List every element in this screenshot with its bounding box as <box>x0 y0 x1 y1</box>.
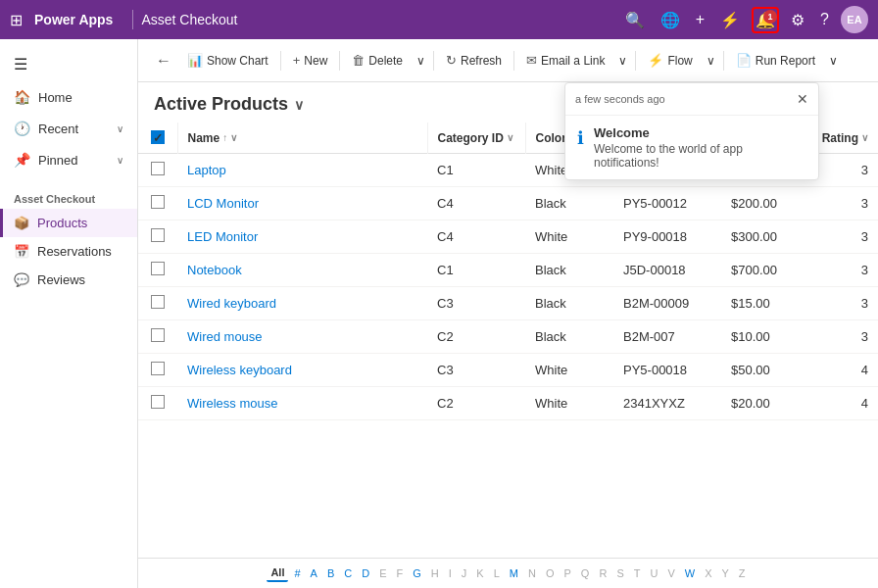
delete-button[interactable]: 🗑 Delete <box>344 48 411 73</box>
app-name: Power Apps <box>34 12 113 27</box>
globe-icon[interactable]: 🌐 <box>657 7 684 33</box>
alpha-char-f: F <box>393 565 408 581</box>
email-link-button[interactable]: ✉ Email a Link <box>518 48 612 73</box>
cell-name[interactable]: Notebook <box>177 254 427 287</box>
refresh-button[interactable]: ↻ Refresh <box>438 48 510 73</box>
delete-icon: 🗑 <box>352 53 365 68</box>
alpha-char-all[interactable]: All <box>267 564 288 582</box>
alpha-bar: All#ABCDEFGHIJKLMNOPQRSTUVWXYZ <box>138 558 878 588</box>
delete-dropdown[interactable]: ∨ <box>413 49 429 73</box>
table-row[interactable]: Notebook C1 Black J5D-00018 $700.00 3 <box>138 254 878 287</box>
layout: ☰ 🏠 Home 🕐 Recent ∨ 📌 Pinned ∨ Asset Che… <box>0 39 878 588</box>
cell-model: B2M-00009 <box>613 287 721 320</box>
th-check[interactable]: ✓ <box>138 122 177 154</box>
select-all-checkbox[interactable]: ✓ <box>151 130 165 144</box>
sidebar-item-pinned[interactable]: 📌 Pinned ∨ <box>0 144 137 175</box>
table-row[interactable]: LED Monitor C4 White PY9-00018 $300.00 3 <box>138 220 878 254</box>
run-report-button[interactable]: 📄 Run Report <box>728 48 823 73</box>
avatar[interactable]: EA <box>841 6 868 33</box>
cell-price: $200.00 <box>721 187 809 220</box>
cell-name[interactable]: Wireless keyboard <box>177 354 427 387</box>
grid-icon[interactable]: ⊞ <box>10 11 23 29</box>
page-title: Asset Checkout <box>141 12 237 27</box>
help-icon[interactable]: ? <box>816 7 833 32</box>
table-row[interactable]: Wired mouse C2 Black B2M-007 $10.00 3 <box>138 320 878 354</box>
table-row[interactable]: Wireless keyboard C3 White PY5-00018 $50… <box>138 354 878 387</box>
sidebar-item-home[interactable]: 🏠 Home <box>0 81 137 113</box>
sidebar-item-products[interactable]: 📦 Products <box>0 209 137 237</box>
filter-icon[interactable]: ⚡ <box>716 7 744 33</box>
new-button[interactable]: + New <box>285 48 336 73</box>
search-icon[interactable]: 🔍 <box>621 7 649 33</box>
row-checkbox[interactable] <box>151 228 165 242</box>
cell-name[interactable]: Wired mouse <box>177 320 427 354</box>
cell-price: $10.00 <box>721 320 809 354</box>
home-icon: 🏠 <box>14 89 30 105</box>
flow-dropdown[interactable]: ∨ <box>703 49 719 73</box>
alpha-char-b[interactable]: B <box>323 565 338 581</box>
flow-button[interactable]: ⚡ Flow <box>640 48 700 73</box>
cell-name[interactable]: Wired keyboard <box>177 287 427 320</box>
alpha-char-d[interactable]: D <box>358 565 373 581</box>
alpha-char-c[interactable]: C <box>340 565 356 581</box>
notification-body: ℹ Welcome Welcome to the world of app no… <box>565 116 818 179</box>
cell-name[interactable]: LCD Monitor <box>177 187 427 220</box>
col-rating-chevron[interactable]: ∨ <box>861 132 868 143</box>
sidebar-item-reservations[interactable]: 📅 Reservations <box>0 237 137 266</box>
cell-color: White <box>525 387 613 420</box>
alpha-char-g[interactable]: G <box>409 565 425 581</box>
notification-popup: a few seconds ago ✕ ℹ Welcome Welcome to… <box>564 82 819 180</box>
view-title-chevron[interactable]: ∨ <box>294 97 304 113</box>
row-checkbox[interactable] <box>151 362 165 375</box>
sidebar-home-label: Home <box>38 90 73 105</box>
cell-category: C3 <box>427 287 525 320</box>
bell-icon[interactable]: 🔔 1 <box>756 12 775 28</box>
top-separator <box>132 10 133 29</box>
alpha-char-k: K <box>472 565 487 581</box>
sidebar-reviews-label: Reviews <box>37 272 85 287</box>
plus-icon[interactable]: + <box>692 7 708 32</box>
notification-close-button[interactable]: ✕ <box>797 91 808 107</box>
row-checkbox[interactable] <box>151 328 165 342</box>
row-checkbox[interactable] <box>151 162 165 175</box>
col-cat-chevron[interactable]: ∨ <box>507 132 513 143</box>
notification-button-wrapper[interactable]: 🔔 1 <box>752 7 779 33</box>
cell-price: $700.00 <box>721 254 809 287</box>
alpha-char-hash[interactable]: # <box>290 565 304 581</box>
sidebar-item-reviews[interactable]: 💬 Reviews <box>0 266 137 294</box>
row-checkbox[interactable] <box>151 295 165 309</box>
alpha-char-w[interactable]: W <box>681 565 699 581</box>
report-dropdown[interactable]: ∨ <box>825 49 842 73</box>
row-checkbox[interactable] <box>151 195 165 209</box>
notification-badge: 1 <box>763 10 777 24</box>
flow-icon: ⚡ <box>648 53 663 68</box>
back-button[interactable]: ← <box>150 48 177 74</box>
cell-name[interactable]: LED Monitor <box>177 220 427 254</box>
email-dropdown[interactable]: ∨ <box>614 49 631 73</box>
th-rating[interactable]: Rating ∨ <box>809 122 878 154</box>
table-row[interactable]: Wireless mouse C2 White 2341XYXZ $20.00 … <box>138 387 878 420</box>
chart-icon: 📊 <box>187 53 203 68</box>
row-checkbox[interactable] <box>151 262 165 275</box>
table-row[interactable]: LCD Monitor C4 Black PY5-00012 $200.00 3 <box>138 187 878 220</box>
cell-name[interactable]: Laptop <box>177 154 427 187</box>
sidebar-item-recent[interactable]: 🕐 Recent ∨ <box>0 113 137 144</box>
cell-model: 2341XYXZ <box>613 387 721 420</box>
cell-rating: 4 <box>809 354 878 387</box>
alpha-char-n: N <box>524 565 540 581</box>
cell-model: PY5-00012 <box>613 187 721 220</box>
hamburger-button[interactable]: ☰ <box>0 47 137 81</box>
alpha-char-m[interactable]: M <box>506 565 522 581</box>
cell-name[interactable]: Wireless mouse <box>177 387 427 420</box>
cell-price: $20.00 <box>721 387 809 420</box>
table-row[interactable]: Wired keyboard C3 Black B2M-00009 $15.00… <box>138 287 878 320</box>
col-name-chevron[interactable]: ∨ <box>230 132 237 143</box>
th-category[interactable]: Category ID ∨ <box>427 122 525 154</box>
settings-icon[interactable]: ⚙ <box>787 7 808 33</box>
new-icon: + <box>293 53 301 68</box>
alpha-char-e: E <box>375 565 390 581</box>
alpha-char-a[interactable]: A <box>307 565 321 581</box>
show-chart-button[interactable]: 📊 Show Chart <box>179 48 276 73</box>
th-name[interactable]: Name ↑ ∨ <box>177 122 427 154</box>
row-checkbox[interactable] <box>151 395 165 409</box>
